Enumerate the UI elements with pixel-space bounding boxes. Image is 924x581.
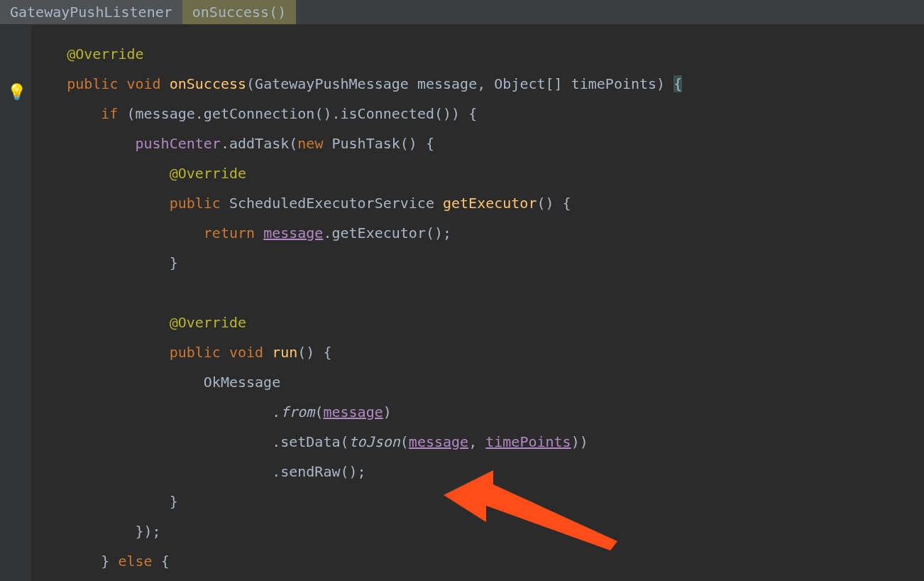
code-line: @Override bbox=[33, 158, 924, 188]
editor-gutter bbox=[0, 25, 31, 581]
code-line: @Override bbox=[33, 39, 924, 69]
code-line: } bbox=[33, 487, 924, 516]
breadcrumb-class[interactable]: GatewayPushListener bbox=[0, 0, 182, 24]
code-line: pushCenter.addTask(new PushTask() { bbox=[33, 129, 924, 158]
code-line: .sendRaw(); bbox=[33, 457, 924, 487]
code-line: .setData(toJson(message, timePoints)) bbox=[33, 427, 924, 457]
annotation: @Override bbox=[67, 45, 143, 63]
code-line: if (message.getConnection().isConnected(… bbox=[33, 99, 924, 129]
code-line: return message.getExecutor(); bbox=[33, 218, 924, 248]
code-line: @Override bbox=[33, 308, 924, 337]
code-line: } bbox=[33, 248, 924, 278]
code-editor[interactable]: 💡 @Override public void onSuccess(Gatewa… bbox=[0, 25, 924, 581]
code-area[interactable]: @Override public void onSuccess(GatewayP… bbox=[33, 39, 924, 581]
code-line: public void onSuccess(GatewayPushMessage… bbox=[33, 69, 924, 99]
code-line: public ScheduledExecutorService getExecu… bbox=[33, 188, 924, 218]
code-line: } else { bbox=[33, 546, 924, 576]
code-line: .from(message) bbox=[33, 397, 924, 427]
lightbulb-icon[interactable]: 💡 bbox=[7, 83, 26, 101]
breadcrumb-method[interactable]: onSuccess() bbox=[182, 0, 296, 24]
code-line bbox=[33, 278, 924, 308]
breadcrumb-bar: GatewayPushListener onSuccess() bbox=[0, 0, 924, 25]
code-line: OkMessage bbox=[33, 367, 924, 397]
code-line: public void run() { bbox=[33, 337, 924, 367]
code-line: }); bbox=[33, 516, 924, 546]
code-line: Logs.PUSH.warn("push message to client s… bbox=[33, 576, 924, 581]
